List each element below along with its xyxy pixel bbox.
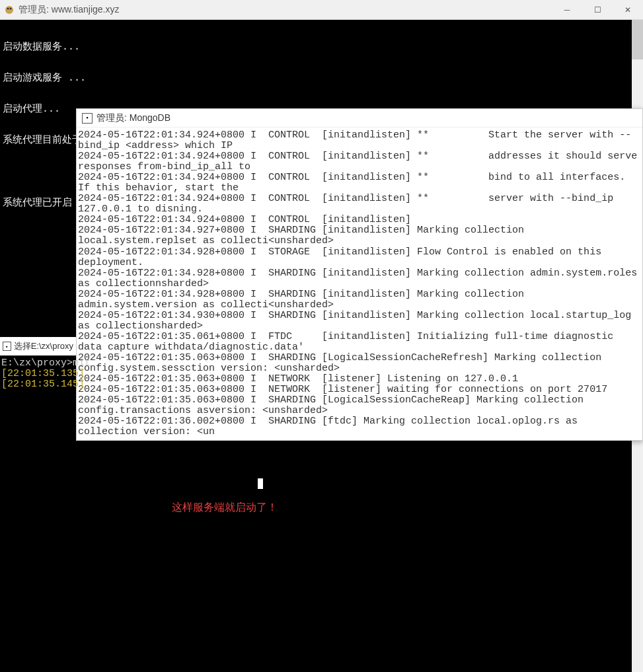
console-icon: ▪: [3, 342, 11, 351]
console-line: 启动游戏服务 ...: [3, 73, 640, 84]
proxy-window-title: 选择E:\zx\proxy: [14, 340, 73, 352]
mongodb-log-output: 2024-05-16T22:01:34.924+0800 I CONTROL […: [77, 128, 642, 440]
window-controls: ─ ☐ ✕: [552, 0, 643, 20]
mongodb-titlebar[interactable]: ▪ 管理员: MongoDB: [77, 109, 642, 128]
svg-point-0: [5, 6, 13, 14]
proxy-path-line: E:\zx\proxy>mit: [1, 358, 75, 369]
scrollbar-thumb[interactable]: [632, 20, 643, 59]
proxy-timestamp: [22:01:35.145]: [1, 379, 75, 390]
maximize-button[interactable]: ☐: [582, 0, 613, 20]
text-cursor: [258, 478, 263, 489]
main-window-titlebar[interactable]: 管理员: www.tianjige.xyz ─ ☐ ✕: [0, 0, 643, 20]
proxy-titlebar[interactable]: ▪ 选择E:\zx\proxy: [0, 337, 76, 355]
proxy-timestamp: [22:01:35.135]: [1, 369, 75, 379]
annotation-text: 这样服务端就启动了！: [172, 501, 278, 515]
console-line: 启动数据服务...: [3, 42, 640, 53]
proxy-window[interactable]: ▪ 选择E:\zx\proxy E:\zx\proxy>mit [22:01:3…: [0, 337, 76, 392]
minimize-button[interactable]: ─: [552, 0, 582, 20]
svg-point-2: [10, 7, 12, 9]
console-icon: ▪: [82, 113, 93, 124]
svg-point-1: [7, 7, 9, 9]
app-icon: [4, 5, 15, 15]
main-window-title: 管理员: www.tianjige.xyz: [19, 4, 119, 16]
mongodb-window-title: 管理员: MongoDB: [96, 112, 170, 124]
close-button[interactable]: ✕: [613, 0, 643, 20]
mongodb-window[interactable]: ▪ 管理员: MongoDB 2024-05-16T22:01:34.924+0…: [76, 108, 643, 441]
proxy-console-body: E:\zx\proxy>mit [22:01:35.135] [22:01:35…: [0, 355, 76, 392]
